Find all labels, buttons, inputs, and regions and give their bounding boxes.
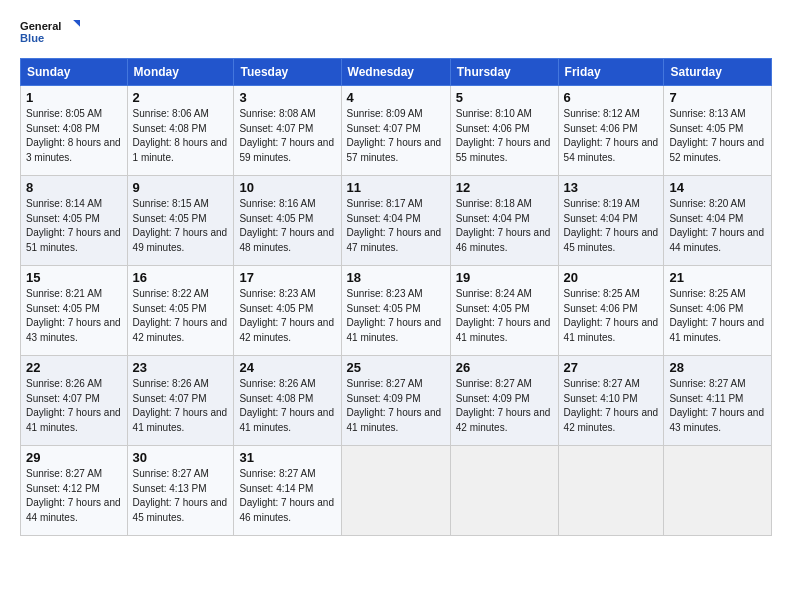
calendar-cell: 20 Sunrise: 8:25 AM Sunset: 4:06 PM Dayl…: [558, 266, 664, 356]
day-number: 5: [456, 90, 553, 105]
day-detail: Sunrise: 8:19 AM Sunset: 4:04 PM Dayligh…: [564, 197, 659, 255]
calendar-cell: 24 Sunrise: 8:26 AM Sunset: 4:08 PM Dayl…: [234, 356, 341, 446]
day-number: 8: [26, 180, 122, 195]
calendar-week-2: 8 Sunrise: 8:14 AM Sunset: 4:05 PM Dayli…: [21, 176, 772, 266]
calendar-cell: [341, 446, 450, 536]
calendar-cell: 16 Sunrise: 8:22 AM Sunset: 4:05 PM Dayl…: [127, 266, 234, 356]
day-number: 17: [239, 270, 335, 285]
svg-text:Blue: Blue: [20, 32, 44, 44]
day-number: 31: [239, 450, 335, 465]
day-number: 12: [456, 180, 553, 195]
day-number: 21: [669, 270, 766, 285]
day-number: 6: [564, 90, 659, 105]
day-detail: Sunrise: 8:17 AM Sunset: 4:04 PM Dayligh…: [347, 197, 445, 255]
day-detail: Sunrise: 8:23 AM Sunset: 4:05 PM Dayligh…: [347, 287, 445, 345]
calendar-cell: 22 Sunrise: 8:26 AM Sunset: 4:07 PM Dayl…: [21, 356, 128, 446]
page-header: General Blue: [20, 16, 772, 48]
calendar-cell: 23 Sunrise: 8:26 AM Sunset: 4:07 PM Dayl…: [127, 356, 234, 446]
col-header-sunday: Sunday: [21, 59, 128, 86]
day-detail: Sunrise: 8:27 AM Sunset: 4:14 PM Dayligh…: [239, 467, 335, 525]
calendar-cell: 13 Sunrise: 8:19 AM Sunset: 4:04 PM Dayl…: [558, 176, 664, 266]
day-detail: Sunrise: 8:10 AM Sunset: 4:06 PM Dayligh…: [456, 107, 553, 165]
calendar-cell: 8 Sunrise: 8:14 AM Sunset: 4:05 PM Dayli…: [21, 176, 128, 266]
day-detail: Sunrise: 8:06 AM Sunset: 4:08 PM Dayligh…: [133, 107, 229, 165]
day-detail: Sunrise: 8:27 AM Sunset: 4:12 PM Dayligh…: [26, 467, 122, 525]
calendar-cell: 28 Sunrise: 8:27 AM Sunset: 4:11 PM Dayl…: [664, 356, 772, 446]
calendar-cell: [450, 446, 558, 536]
calendar-cell: 21 Sunrise: 8:25 AM Sunset: 4:06 PM Dayl…: [664, 266, 772, 356]
day-detail: Sunrise: 8:15 AM Sunset: 4:05 PM Dayligh…: [133, 197, 229, 255]
day-detail: Sunrise: 8:26 AM Sunset: 4:07 PM Dayligh…: [26, 377, 122, 435]
day-detail: Sunrise: 8:27 AM Sunset: 4:09 PM Dayligh…: [456, 377, 553, 435]
col-header-wednesday: Wednesday: [341, 59, 450, 86]
calendar-cell: 1 Sunrise: 8:05 AM Sunset: 4:08 PM Dayli…: [21, 86, 128, 176]
day-number: 3: [239, 90, 335, 105]
day-number: 27: [564, 360, 659, 375]
calendar-cell: 26 Sunrise: 8:27 AM Sunset: 4:09 PM Dayl…: [450, 356, 558, 446]
day-number: 29: [26, 450, 122, 465]
calendar-cell: [664, 446, 772, 536]
calendar-week-3: 15 Sunrise: 8:21 AM Sunset: 4:05 PM Dayl…: [21, 266, 772, 356]
col-header-monday: Monday: [127, 59, 234, 86]
day-number: 9: [133, 180, 229, 195]
calendar-cell: 14 Sunrise: 8:20 AM Sunset: 4:04 PM Dayl…: [664, 176, 772, 266]
calendar-cell: 12 Sunrise: 8:18 AM Sunset: 4:04 PM Dayl…: [450, 176, 558, 266]
calendar-cell: [558, 446, 664, 536]
calendar-cell: 30 Sunrise: 8:27 AM Sunset: 4:13 PM Dayl…: [127, 446, 234, 536]
col-header-thursday: Thursday: [450, 59, 558, 86]
calendar-cell: 7 Sunrise: 8:13 AM Sunset: 4:05 PM Dayli…: [664, 86, 772, 176]
day-number: 19: [456, 270, 553, 285]
day-number: 22: [26, 360, 122, 375]
calendar-cell: 29 Sunrise: 8:27 AM Sunset: 4:12 PM Dayl…: [21, 446, 128, 536]
day-detail: Sunrise: 8:16 AM Sunset: 4:05 PM Dayligh…: [239, 197, 335, 255]
day-detail: Sunrise: 8:26 AM Sunset: 4:08 PM Dayligh…: [239, 377, 335, 435]
calendar-week-5: 29 Sunrise: 8:27 AM Sunset: 4:12 PM Dayl…: [21, 446, 772, 536]
day-detail: Sunrise: 8:27 AM Sunset: 4:10 PM Dayligh…: [564, 377, 659, 435]
day-number: 23: [133, 360, 229, 375]
calendar-cell: 11 Sunrise: 8:17 AM Sunset: 4:04 PM Dayl…: [341, 176, 450, 266]
logo: General Blue: [20, 16, 80, 48]
day-detail: Sunrise: 8:27 AM Sunset: 4:09 PM Dayligh…: [347, 377, 445, 435]
svg-text:General: General: [20, 20, 61, 32]
day-detail: Sunrise: 8:14 AM Sunset: 4:05 PM Dayligh…: [26, 197, 122, 255]
calendar-cell: 31 Sunrise: 8:27 AM Sunset: 4:14 PM Dayl…: [234, 446, 341, 536]
calendar-cell: 2 Sunrise: 8:06 AM Sunset: 4:08 PM Dayli…: [127, 86, 234, 176]
calendar-cell: 6 Sunrise: 8:12 AM Sunset: 4:06 PM Dayli…: [558, 86, 664, 176]
calendar-header-row: SundayMondayTuesdayWednesdayThursdayFrid…: [21, 59, 772, 86]
calendar-cell: 18 Sunrise: 8:23 AM Sunset: 4:05 PM Dayl…: [341, 266, 450, 356]
day-number: 30: [133, 450, 229, 465]
day-number: 15: [26, 270, 122, 285]
day-number: 26: [456, 360, 553, 375]
day-number: 2: [133, 90, 229, 105]
day-detail: Sunrise: 8:27 AM Sunset: 4:11 PM Dayligh…: [669, 377, 766, 435]
day-detail: Sunrise: 8:21 AM Sunset: 4:05 PM Dayligh…: [26, 287, 122, 345]
calendar-cell: 17 Sunrise: 8:23 AM Sunset: 4:05 PM Dayl…: [234, 266, 341, 356]
day-number: 24: [239, 360, 335, 375]
calendar-cell: 10 Sunrise: 8:16 AM Sunset: 4:05 PM Dayl…: [234, 176, 341, 266]
day-detail: Sunrise: 8:23 AM Sunset: 4:05 PM Dayligh…: [239, 287, 335, 345]
day-number: 14: [669, 180, 766, 195]
day-number: 18: [347, 270, 445, 285]
day-detail: Sunrise: 8:20 AM Sunset: 4:04 PM Dayligh…: [669, 197, 766, 255]
day-detail: Sunrise: 8:24 AM Sunset: 4:05 PM Dayligh…: [456, 287, 553, 345]
day-number: 4: [347, 90, 445, 105]
calendar-cell: 9 Sunrise: 8:15 AM Sunset: 4:05 PM Dayli…: [127, 176, 234, 266]
day-detail: Sunrise: 8:25 AM Sunset: 4:06 PM Dayligh…: [564, 287, 659, 345]
day-number: 1: [26, 90, 122, 105]
calendar-week-4: 22 Sunrise: 8:26 AM Sunset: 4:07 PM Dayl…: [21, 356, 772, 446]
day-number: 20: [564, 270, 659, 285]
col-header-tuesday: Tuesday: [234, 59, 341, 86]
calendar-week-1: 1 Sunrise: 8:05 AM Sunset: 4:08 PM Dayli…: [21, 86, 772, 176]
day-detail: Sunrise: 8:13 AM Sunset: 4:05 PM Dayligh…: [669, 107, 766, 165]
col-header-friday: Friday: [558, 59, 664, 86]
day-detail: Sunrise: 8:09 AM Sunset: 4:07 PM Dayligh…: [347, 107, 445, 165]
day-number: 11: [347, 180, 445, 195]
calendar-cell: 25 Sunrise: 8:27 AM Sunset: 4:09 PM Dayl…: [341, 356, 450, 446]
day-number: 16: [133, 270, 229, 285]
logo-svg: General Blue: [20, 16, 80, 48]
day-number: 25: [347, 360, 445, 375]
day-detail: Sunrise: 8:27 AM Sunset: 4:13 PM Dayligh…: [133, 467, 229, 525]
calendar-table: SundayMondayTuesdayWednesdayThursdayFrid…: [20, 58, 772, 536]
calendar-cell: 4 Sunrise: 8:09 AM Sunset: 4:07 PM Dayli…: [341, 86, 450, 176]
calendar-cell: 15 Sunrise: 8:21 AM Sunset: 4:05 PM Dayl…: [21, 266, 128, 356]
